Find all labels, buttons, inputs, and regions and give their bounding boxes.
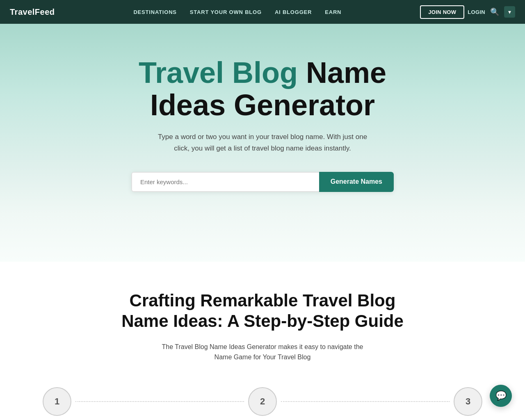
steps-row: 1 2 3	[10, 387, 515, 416]
hero-title-highlight: Travel Blog	[139, 56, 298, 89]
step-circle-2: 2	[248, 387, 277, 416]
step-circle-3: 3	[454, 387, 482, 416]
join-now-button[interactable]: JOIN NOW	[420, 5, 464, 19]
step-connector-2-3	[281, 401, 450, 402]
header-actions: JOIN NOW LOGIN 🔍 ▾	[420, 5, 515, 19]
nav-item-destinations[interactable]: DESTINATIONS	[133, 9, 176, 15]
hero-section: Travel Blog NameIdeas Generator Type a w…	[0, 24, 525, 262]
step-3: 3	[454, 387, 482, 416]
main-nav: DESTINATIONS START YOUR OWN BLOG AI BLOG…	[133, 9, 341, 15]
dropdown-button[interactable]: ▾	[504, 6, 515, 18]
generate-names-button[interactable]: Generate Names	[319, 172, 394, 192]
step-2: 2	[248, 387, 277, 416]
search-button[interactable]: 🔍	[488, 6, 501, 18]
step-1: 1	[43, 387, 71, 416]
step-circle-1: 1	[43, 387, 71, 416]
keywords-input[interactable]	[131, 172, 319, 192]
nav-item-start-blog[interactable]: START YOUR OWN BLOG	[190, 9, 262, 15]
nav-item-ai-blogger[interactable]: AI BLOGGER	[275, 9, 312, 15]
chat-button[interactable]: 💬	[490, 385, 512, 407]
keyword-search-bar: Generate Names	[131, 172, 394, 192]
chevron-down-icon: ▾	[508, 9, 511, 15]
nav-item-earn[interactable]: EARN	[325, 9, 341, 15]
search-icon: 🔍	[490, 7, 499, 16]
login-button[interactable]: LOGIN	[468, 9, 485, 15]
guide-subtitle: The Travel Blog Name Ideas Generator mak…	[162, 342, 363, 363]
guide-title: Crafting Remarkable Travel BlogName Idea…	[121, 290, 404, 332]
site-logo: TravelFeed	[10, 7, 55, 17]
hero-subtitle: Type a word or two you want in your trav…	[152, 131, 373, 153]
step-connector-1-2	[75, 401, 244, 402]
guide-section: Crafting Remarkable Travel BlogName Idea…	[0, 262, 525, 420]
hero-title: Travel Blog NameIdeas Generator	[139, 57, 386, 121]
chat-icon: 💬	[495, 390, 507, 401]
